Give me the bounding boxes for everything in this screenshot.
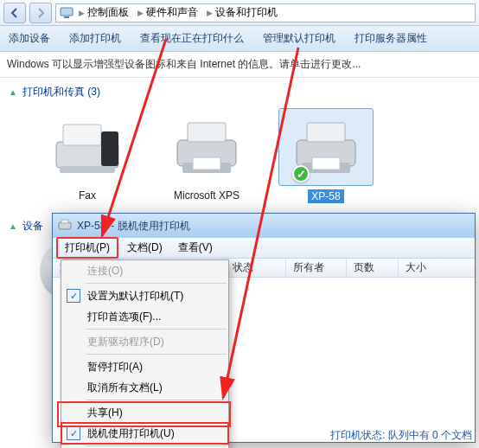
menu-printer[interactable]: 打印机(P) (56, 237, 118, 259)
breadcrumb[interactable]: ▶控制面板 ▶硬件和声音 ▶设备和打印机 (55, 3, 476, 22)
crumb-leaf[interactable]: ▶设备和打印机 (203, 4, 281, 22)
svg-rect-0 (61, 8, 73, 16)
menu-separator (86, 400, 227, 400)
menu-cancel-all[interactable]: 取消所有文档(L) (61, 377, 228, 398)
col-owner[interactable]: 所有者 (286, 259, 347, 277)
device-label: XP-58 (308, 189, 343, 203)
section-title: 打印机和传真 (3) (22, 85, 100, 99)
crumb-mid[interactable]: ▶硬件和声音 (134, 4, 201, 22)
device-xp58[interactable]: ✓ XP-58 (278, 108, 374, 203)
cmd-add-device[interactable]: 添加设备 (9, 31, 50, 46)
crumb-root[interactable]: ▶控制面板 (75, 4, 132, 22)
cmd-manage-default[interactable]: 管理默认打印机 (263, 31, 335, 46)
printer-icon (170, 116, 243, 178)
window-title-name: XP-58 (77, 220, 105, 232)
section-printers-header[interactable]: ▲ 打印机和传真 (3) (9, 85, 470, 99)
device-xps[interactable]: Microsoft XPS (159, 108, 254, 203)
menu-pause[interactable]: 暂停打印(A) (61, 356, 228, 377)
svg-rect-13 (312, 157, 340, 170)
printer-icon (58, 219, 72, 233)
svg-rect-11 (307, 123, 345, 142)
menu-preferences[interactable]: 打印首选项(F)... (61, 306, 228, 327)
svg-rect-5 (60, 166, 115, 173)
cmd-see-printing[interactable]: 查看现在正在打印什么 (140, 31, 244, 46)
printer-menu-dropdown: 连接(O) ✓ 设置为默认打印机(T) 打印首选项(F)... 更新驱动程序(D… (61, 259, 229, 448)
section-title: 设备 (22, 219, 43, 234)
menu-document[interactable]: 文档(D) (120, 239, 169, 257)
menu-view[interactable]: 查看(V) (171, 239, 220, 257)
menu-connect: 连接(O) (61, 260, 228, 281)
menu-separator (86, 283, 227, 284)
cmd-server-props[interactable]: 打印服务器属性 (354, 31, 427, 46)
address-bar: ▶控制面板 ▶硬件和声音 ▶设备和打印机 (0, 0, 479, 26)
col-pages[interactable]: 页数 (347, 259, 399, 277)
svg-rect-3 (63, 125, 101, 145)
collapse-icon: ▲ (9, 221, 17, 231)
command-bar: 添加设备 添加打印机 查看现在正在打印什么 管理默认打印机 打印服务器属性 (0, 26, 479, 52)
arrow-right-icon (35, 7, 47, 19)
col-status[interactable]: 状态 (226, 259, 286, 277)
monitor-icon (60, 7, 73, 19)
menu-share[interactable]: 共享(H) (61, 402, 228, 423)
menu-update-driver: 更新驱动程序(D) (61, 331, 228, 352)
window-title-suffix: - 脱机使用打印机 (111, 219, 189, 234)
menu-separator (86, 445, 227, 446)
menu-separator (86, 329, 227, 330)
check-icon: ✓ (67, 289, 80, 303)
col-size[interactable]: 大小 (399, 259, 475, 277)
nav-fwd-button[interactable] (29, 3, 52, 23)
cmd-add-printer[interactable]: 添加打印机 (69, 31, 121, 46)
nav-back-button[interactable] (3, 3, 26, 23)
check-icon: ✓ (67, 426, 80, 440)
device-label: Fax (40, 189, 135, 202)
svg-rect-7 (188, 123, 226, 142)
arrow-left-icon (9, 7, 21, 19)
window-titlebar[interactable]: XP-58 - 脱机使用打印机 (53, 214, 475, 238)
device-label: Microsoft XPS (159, 189, 254, 202)
fax-icon (51, 116, 124, 178)
section-printers: ▲ 打印机和传真 (3) Fax (0, 78, 479, 215)
info-bar[interactable]: Windows 可以显示增强型设备图标和来自 Internet 的信息。请单击进… (0, 52, 479, 78)
window-menubar: 打印机(P) 文档(D) 查看(V) (53, 238, 475, 259)
svg-rect-4 (101, 131, 118, 166)
menu-separator (86, 354, 227, 355)
status-footer: 打印机状态: 队列中有 0 个文档 (330, 428, 472, 443)
menu-use-offline[interactable]: ✓ 脱机使用打印机(U) (61, 423, 228, 444)
svg-rect-1 (64, 16, 69, 18)
device-fax[interactable]: Fax (40, 108, 135, 203)
collapse-icon: ▲ (9, 87, 17, 97)
svg-rect-15 (61, 220, 68, 223)
menu-set-default[interactable]: ✓ 设置为默认打印机(T) (61, 285, 228, 306)
default-check-icon: ✓ (292, 165, 310, 182)
svg-rect-9 (193, 157, 220, 170)
